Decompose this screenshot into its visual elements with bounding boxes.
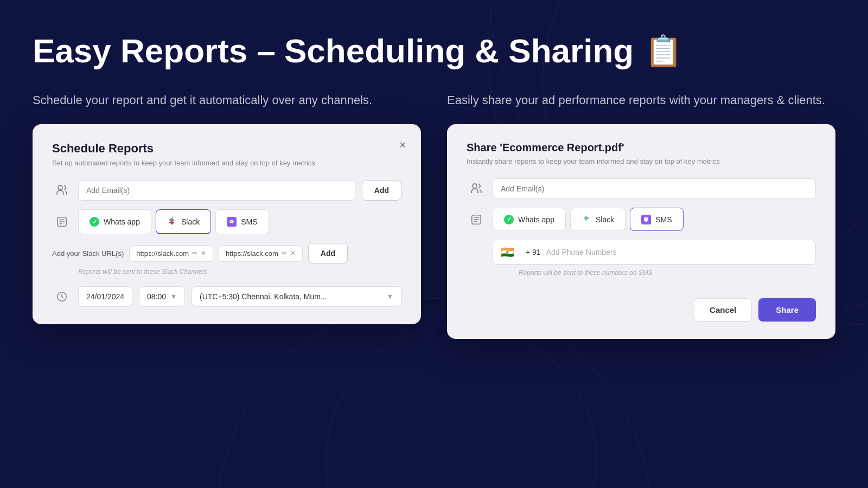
left-description: Schedule your report and get it automati…	[33, 91, 421, 109]
share-channel-row: ✓ Whats app	[467, 208, 816, 231]
tab-slack-label: Slack	[181, 217, 200, 226]
timezone-chevron: ▼	[387, 293, 393, 300]
phone-input-row[interactable]: 🇮🇳 + 91 Add Phone Numbers	[493, 240, 816, 265]
add-email-button[interactable]: Add	[362, 180, 401, 201]
share-card-title: Share 'Ecommerce Report.pdf'	[467, 142, 816, 154]
slack-url-chip-1: https://slack.com ✏ ✕	[129, 245, 213, 262]
tab-sms[interactable]: 💬 SMS	[215, 209, 269, 234]
schedule-card-subtitle: Set up automated reports to keep your te…	[52, 159, 401, 167]
email-input[interactable]	[86, 186, 347, 195]
email-input-wrapper[interactable]	[78, 180, 355, 201]
svg-rect-15	[584, 217, 585, 219]
channel-tabs: ✓ Whats app	[78, 209, 269, 234]
edit-icon-1[interactable]: ✏	[192, 249, 197, 257]
share-button[interactable]: Share	[758, 298, 816, 322]
share-tab-sms-label: SMS	[655, 215, 672, 224]
clock-icon	[52, 287, 72, 306]
slack-url-chip-2: https://slack.com ✏ ✕	[219, 245, 303, 262]
svg-point-8	[473, 184, 477, 188]
schedule-card-title: Schedule Reports	[52, 142, 401, 156]
share-tab-slack-label: Slack	[596, 215, 614, 224]
share-email-input[interactable]	[501, 184, 808, 193]
share-tab-whatsapp-label: Whats app	[518, 215, 554, 224]
right-column: Easily share your ad performance reports…	[447, 91, 835, 339]
email-row: Add	[52, 180, 401, 201]
schedule-reports-card: × Schedule Reports Set up automated repo…	[33, 124, 421, 324]
share-slack-icon	[582, 214, 591, 225]
share-report-card: Share 'Ecommerce Report.pdf' Instantly s…	[447, 124, 835, 339]
country-code: + 91	[526, 248, 541, 256]
slack-url-2-text: https://slack.com	[226, 249, 278, 258]
slack-url-1-text: https://slack.com	[136, 249, 189, 258]
two-column-layout: Schedule your report and get it automati…	[33, 91, 835, 339]
country-flag: 🇮🇳	[501, 246, 514, 259]
title-line1: Easy Reports –	[33, 33, 276, 69]
add-slack-url-button[interactable]: Add	[308, 243, 348, 264]
phone-placeholder: Add Phone Numbers	[546, 248, 617, 256]
svg-rect-14	[585, 216, 586, 221]
tab-whatsapp[interactable]: ✓ Whats app	[78, 209, 151, 234]
phone-divider	[520, 247, 520, 258]
phone-section: 🇮🇳 + 91 Add Phone Numbers Reports will b…	[493, 240, 816, 277]
list-icon	[52, 212, 72, 232]
svg-rect-6	[171, 218, 172, 222]
sms-icon: 💬	[227, 217, 237, 227]
slack-icon	[167, 215, 177, 228]
channel-selector-row: ✓ Whats app	[52, 209, 401, 234]
remove-url-1-button[interactable]: ✕	[201, 249, 206, 257]
share-card-subtitle: Instantly share reports to keep your tea…	[467, 157, 816, 165]
title-line2: Scheduling & Sharing	[284, 33, 634, 69]
share-email-row	[467, 178, 816, 199]
tab-slack[interactable]: Slack	[156, 209, 211, 234]
whatsapp-icon: ✓	[90, 217, 99, 227]
date-field[interactable]: 24/01/2024	[78, 286, 132, 307]
timezone-value: (UTC+5:30) Chennai, Kolkata, Mum...	[200, 292, 327, 301]
close-button[interactable]: ×	[399, 139, 406, 150]
time-chevron: ▼	[170, 293, 177, 300]
phone-hint: Reports will be sent to these numbers on…	[519, 269, 816, 277]
datetime-row: 24/01/2024 08:00 ▼ (UTC+5:30) Chennai, K…	[52, 286, 401, 307]
right-description: Easily share your ad performance reports…	[447, 91, 835, 109]
time-value: 08:00	[147, 292, 166, 301]
svg-point-0	[58, 185, 62, 190]
action-buttons-row: Cancel Share	[467, 298, 816, 322]
share-tab-slack[interactable]: Slack	[570, 208, 626, 231]
share-list-icon	[467, 210, 486, 229]
svg-rect-16	[588, 217, 589, 219]
share-whatsapp-icon: ✓	[504, 215, 514, 224]
share-tab-whatsapp[interactable]: ✓ Whats app	[493, 208, 566, 231]
share-tab-sms[interactable]: SMS	[630, 208, 683, 231]
share-channel-tabs: ✓ Whats app	[493, 208, 684, 231]
main-title: Easy Reports – Scheduling & Sharing 📋	[33, 33, 835, 69]
slack-url-row: Add your Slack URL(s) https://slack.com …	[52, 243, 401, 264]
edit-icon-2[interactable]: ✏	[282, 249, 287, 257]
left-column: Schedule your report and get it automati…	[33, 91, 421, 324]
people-icon	[52, 181, 72, 200]
share-sms-icon	[641, 215, 651, 224]
remove-url-2-button[interactable]: ✕	[290, 249, 296, 257]
share-email-input-wrapper[interactable]	[493, 178, 816, 199]
tab-whatsapp-label: Whats app	[104, 217, 140, 226]
date-value: 24/01/2024	[86, 292, 124, 301]
timezone-field[interactable]: (UTC+5:30) Chennai, Kolkata, Mum... ▼	[192, 286, 401, 307]
share-people-icon	[467, 179, 486, 198]
time-field[interactable]: 08:00 ▼	[139, 286, 185, 307]
header-section: Easy Reports – Scheduling & Sharing 📋	[33, 33, 835, 69]
clipboard-icon: 📋	[644, 36, 682, 66]
cancel-button[interactable]: Cancel	[694, 298, 752, 322]
slack-hint: Reports will be sent to these Slack Chan…	[78, 268, 401, 275]
tab-sms-label: SMS	[241, 217, 257, 226]
slack-url-label: Add your Slack URL(s)	[52, 249, 124, 258]
